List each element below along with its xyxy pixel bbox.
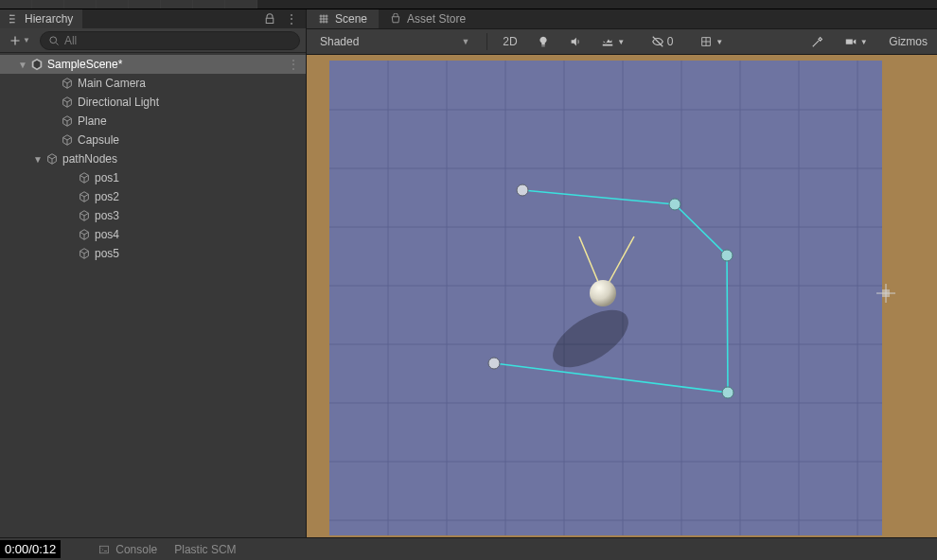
gameobject-icon [61,77,74,90]
hierarchy-item-directional-light[interactable]: ▶ Directional Light [0,93,306,112]
svg-point-27 [721,250,733,261]
shading-mode-dropdown[interactable]: Shaded ▼ [312,32,477,51]
svg-point-28 [722,387,734,398]
chevron-down-icon: ▼ [461,37,469,46]
item-label: Plane [76,114,107,128]
app-toolbar-strip [0,0,937,9]
hierarchy-item-pos3[interactable]: ▶ pos3 [0,206,306,225]
hierarchy-tab-bar: Hierarchy ⋮ [0,9,306,28]
lighting-toggle-button[interactable] [531,32,556,51]
item-label: Capsule [76,133,119,147]
item-label: Directional Light [76,96,159,109]
audio-toggle-button[interactable] [563,32,588,51]
search-input[interactable] [64,34,292,47]
scene-tab-bar: Scene Asset Store [307,9,937,28]
scene-name-label: SampleScene* [45,58,122,71]
svg-point-29 [488,358,500,369]
gameobject-icon [61,114,74,128]
tab-plastic-scm[interactable]: Plastic SCM [174,543,236,556]
tab-label: Plastic SCM [174,543,236,556]
hierarchy-item-plane[interactable]: ▶ Plane [0,112,306,131]
hierarchy-toolbar: ▼ [0,28,306,53]
gameobject-icon [78,171,91,184]
gizmos-dropdown[interactable]: Gizmos [881,32,931,51]
hierarchy-tab-label: Hierarchy [25,12,73,26]
tab-console[interactable]: Console [98,543,157,556]
gizmos-label: Gizmos [889,35,928,48]
svg-point-3 [50,36,57,43]
hierarchy-panel: Hierarchy ⋮ ▼ ▼ SampleScene* ⋮ [0,9,307,537]
gameobject-icon [78,190,91,203]
tab-scene[interactable]: Scene [307,9,379,28]
item-label: pos3 [93,209,119,222]
svg-point-0 [9,15,11,17]
hierarchy-icon [9,13,21,25]
hierarchy-tab[interactable]: Hierarchy [0,9,82,28]
expand-arrow-icon[interactable]: ▼ [32,154,44,165]
hierarchy-item-pos2[interactable]: ▶ pos2 [0,187,306,206]
chevron-down-icon: ▼ [617,38,625,46]
hierarchy-item-capsule[interactable]: ▶ Capsule [0,131,306,149]
expand-arrow-icon[interactable]: ▼ [17,60,28,70]
grid-dropdown[interactable]: ▼ [694,32,730,51]
tools-button[interactable] [805,32,830,51]
hierarchy-item-pos4[interactable]: ▶ pos4 [0,225,306,244]
tab-label: Asset Store [407,12,466,26]
item-label: pos4 [93,228,119,241]
hierarchy-item-pathnodes[interactable]: ▼ pathNodes [0,149,306,168]
console-icon [98,544,110,555]
visibility-dropdown[interactable]: 0 [639,32,686,51]
tab-label: Scene [335,12,367,26]
scene-content [307,55,937,537]
scene-root-row[interactable]: ▼ SampleScene* ⋮ [0,55,306,74]
item-label: pathNodes [61,152,117,166]
scene-toolbar: Shaded ▼ 2D ▼ 0 [307,28,937,55]
time-display: 0:00/0:12 [0,540,61,558]
hierarchy-search[interactable] [40,31,300,50]
svg-point-2 [9,22,11,24]
svg-rect-33 [100,546,109,553]
toggle-2d-button[interactable]: 2D [497,32,522,51]
gameobject-icon [45,152,59,166]
tools-icon [811,35,824,48]
speaker-icon [569,35,582,48]
plus-icon [9,35,21,46]
hierarchy-item-pos1[interactable]: ▶ pos1 [0,168,306,187]
lightbulb-icon [537,35,550,48]
visibility-count: 0 [667,35,674,48]
effects-dropdown[interactable]: ▼ [595,32,631,51]
gameobject-icon [61,96,74,109]
scene-menu-icon[interactable]: ⋮ [288,58,300,71]
camera-icon [844,35,857,48]
item-label: pos2 [93,190,119,203]
tab-label: Console [115,543,157,556]
eye-off-icon [651,35,664,48]
search-icon [48,35,60,46]
chevron-down-icon: ▼ [23,36,30,44]
gameobject-icon [78,247,91,260]
gameobject-icon [78,209,91,222]
camera-dropdown[interactable]: ▼ [838,32,874,51]
grid-icon [699,35,713,48]
svg-point-26 [669,199,681,210]
hierarchy-item-pos5[interactable]: ▶ pos5 [0,244,306,263]
unity-logo-icon [30,58,44,71]
chevron-down-icon: ▼ [860,38,868,46]
hierarchy-item-main-camera[interactable]: ▶ Main Camera [0,74,306,93]
toggle-2d-label: 2D [503,35,517,48]
scene-viewport[interactable] [307,55,937,537]
item-label: pos5 [93,247,119,260]
panel-menu-icon[interactable]: ⋮ [285,15,298,23]
shading-mode-label: Shaded [320,35,359,48]
bottom-bar: 0:00/0:12 Console Plastic SCM [0,537,937,560]
lock-icon[interactable] [264,13,275,25]
scene-panel: Scene Asset Store Shaded ▼ 2D [307,9,937,537]
svg-point-25 [517,184,528,196]
svg-point-1 [9,18,11,20]
gameobject-icon [61,133,74,147]
chevron-down-icon: ▼ [716,38,723,46]
item-label: Main Camera [76,77,146,90]
asset-store-icon [390,13,401,25]
tab-asset-store[interactable]: Asset Store [379,9,477,28]
create-button[interactable]: ▼ [6,33,34,48]
